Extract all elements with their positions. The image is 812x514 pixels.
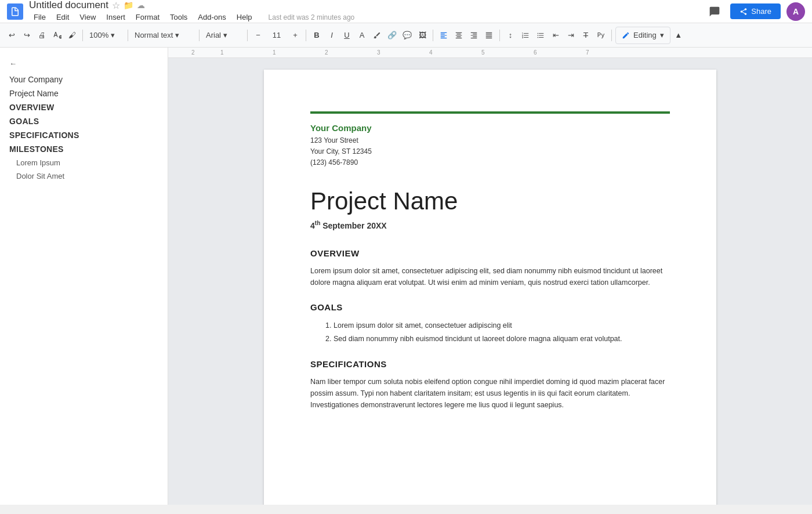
collapse-toolbar-button[interactable]: ▲ bbox=[672, 27, 686, 44]
content-area: 2 1 1 2 3 4 5 6 7 Your Company 123 Your … bbox=[168, 48, 812, 505]
docs-logo-icon bbox=[7, 3, 23, 20]
document-title[interactable]: Untitled document bbox=[29, 0, 108, 11]
menu-file[interactable]: File bbox=[29, 11, 50, 23]
bulleted-list-button[interactable] bbox=[534, 27, 548, 44]
menu-view[interactable]: View bbox=[75, 11, 100, 23]
text-color-button[interactable]: A bbox=[355, 27, 369, 44]
share-button[interactable]: Share bbox=[730, 3, 781, 19]
company-street: 123 Your Street bbox=[310, 135, 670, 146]
line-spacing-button[interactable]: ↕ bbox=[503, 27, 517, 44]
sidebar-item-goals[interactable]: GOALS bbox=[0, 114, 168, 128]
bold-button[interactable]: B bbox=[310, 27, 324, 44]
numbered-list-button[interactable] bbox=[519, 27, 532, 44]
star-icon[interactable]: ☆ bbox=[112, 0, 120, 11]
align-right-button[interactable] bbox=[467, 27, 481, 44]
sidebar-item-overview[interactable]: OVERVIEW bbox=[0, 100, 168, 114]
sidebar-item-specs[interactable]: SPECIFICATIONS bbox=[0, 128, 168, 142]
image-button[interactable]: 🖼 bbox=[415, 27, 429, 44]
underline-button[interactable]: U bbox=[340, 27, 354, 44]
company-phone: (123) 456-7890 bbox=[310, 157, 670, 168]
section-overview-heading: OVERVIEW bbox=[310, 248, 670, 258]
comment-button[interactable]: 💬 bbox=[400, 27, 414, 44]
clear-format-button[interactable]: T̶ bbox=[579, 27, 593, 44]
header-green-line bbox=[310, 111, 670, 114]
section-specs-heading: SPECIFICATIONS bbox=[310, 359, 670, 369]
justify-button[interactable] bbox=[482, 27, 496, 44]
menu-bar: File Edit View Insert Format Tools Add-o… bbox=[29, 11, 705, 23]
goals-list-item-1: Lorem ipsum dolor sit amet, consectetuer… bbox=[334, 319, 670, 332]
italic-button[interactable]: I bbox=[325, 27, 339, 44]
goals-list-item-2: Sed diam nonummy nibh euismod tincidunt … bbox=[334, 332, 670, 346]
sidebar-item-lorem[interactable]: Lorem Ipsum bbox=[0, 156, 168, 169]
header-right: Share A bbox=[705, 2, 805, 21]
sidebar-item-company[interactable]: Your Company bbox=[0, 73, 168, 86]
overview-body[interactable]: Lorem ipsum dolor sit amet, consectetuer… bbox=[310, 265, 670, 288]
redo-button[interactable]: ↪ bbox=[20, 27, 34, 44]
sidebar-item-projectname[interactable]: Project Name bbox=[0, 86, 168, 100]
separator-4 bbox=[247, 30, 248, 41]
decrease-indent-button[interactable]: ⇤ bbox=[549, 27, 563, 44]
outline-sidebar: ← Your Company Project Name OVERVIEW GOA… bbox=[0, 48, 168, 505]
separator-3 bbox=[199, 30, 200, 41]
sidebar-back-button[interactable]: ← bbox=[0, 55, 168, 73]
menu-edit[interactable]: Edit bbox=[52, 11, 74, 23]
toolbar: ↩ ↪ 🖨 🖌 100% ▾ Normal text ▾ Arial ▾ − 1… bbox=[0, 23, 812, 48]
company-name: Your Company bbox=[310, 123, 670, 133]
company-address: 123 Your Street Your City, ST 12345 (123… bbox=[310, 135, 670, 169]
goals-list: Lorem ipsum dolor sit amet, consectetuer… bbox=[320, 319, 670, 345]
chat-icon-button[interactable] bbox=[705, 2, 724, 21]
document-scroll-area[interactable]: Your Company 123 Your Street Your City, … bbox=[168, 58, 812, 505]
align-left-button[interactable] bbox=[437, 27, 451, 44]
menu-tools[interactable]: Tools bbox=[165, 11, 192, 23]
main-layout: ← Your Company Project Name OVERVIEW GOA… bbox=[0, 48, 812, 505]
editing-mode-button[interactable]: Editing ▾ bbox=[615, 27, 670, 44]
font-size-increase-button[interactable]: + bbox=[288, 27, 302, 44]
menu-addons[interactable]: Add-ons bbox=[193, 11, 230, 23]
align-center-button[interactable] bbox=[452, 27, 466, 44]
print-button[interactable]: 🖨 bbox=[35, 27, 49, 44]
editing-label: Editing bbox=[633, 31, 657, 39]
project-date: 4th September 20XX bbox=[310, 220, 670, 230]
font-select[interactable]: Arial ▾ bbox=[203, 27, 244, 44]
highlight-button[interactable] bbox=[370, 27, 384, 44]
separator-2 bbox=[128, 30, 128, 41]
specs-body[interactable]: Nam liber tempor cum soluta nobis eleife… bbox=[310, 376, 670, 411]
font-size-decrease-button[interactable]: − bbox=[251, 27, 265, 44]
link-button[interactable]: 🔗 bbox=[385, 27, 399, 44]
sidebar-item-dolor[interactable]: Dolor Sit Amet bbox=[0, 169, 168, 183]
menu-format[interactable]: Format bbox=[131, 11, 164, 23]
py-button[interactable]: Py bbox=[594, 27, 608, 44]
project-title[interactable]: Project Name bbox=[310, 187, 670, 215]
separator-8 bbox=[611, 30, 612, 41]
style-select[interactable]: Normal text ▾ bbox=[132, 27, 195, 44]
company-city: Your City, ST 12345 bbox=[310, 146, 670, 157]
separator-1 bbox=[82, 30, 83, 41]
sidebar-item-milestones[interactable]: MILESTONES bbox=[0, 142, 168, 156]
menu-help[interactable]: Help bbox=[232, 11, 257, 23]
zoom-select[interactable]: 100% ▾ bbox=[86, 27, 124, 44]
cloud-icon: ☁ bbox=[137, 1, 145, 10]
increase-indent-button[interactable]: ⇥ bbox=[564, 27, 578, 44]
section-goals-heading: GOALS bbox=[310, 302, 670, 312]
separator-7 bbox=[499, 30, 500, 41]
separator-6 bbox=[433, 30, 433, 41]
document-page[interactable]: Your Company 123 Your Street Your City, … bbox=[264, 70, 716, 505]
font-size-select[interactable]: 11 bbox=[266, 27, 287, 44]
horizontal-ruler: 2 1 1 2 3 4 5 6 7 bbox=[168, 48, 812, 58]
user-avatar[interactable]: A bbox=[786, 2, 805, 21]
separator-5 bbox=[306, 30, 306, 41]
folder-icon[interactable]: 📁 bbox=[124, 1, 133, 10]
paint-format-button[interactable]: 🖌 bbox=[65, 27, 79, 44]
undo-button[interactable]: ↩ bbox=[5, 27, 19, 44]
menu-insert[interactable]: Insert bbox=[102, 11, 130, 23]
last-edit-label: Last edit was 2 minutes ago bbox=[264, 12, 360, 23]
spellcheck-button[interactable] bbox=[50, 27, 64, 44]
back-arrow-icon: ← bbox=[9, 59, 17, 68]
share-label: Share bbox=[751, 7, 771, 16]
